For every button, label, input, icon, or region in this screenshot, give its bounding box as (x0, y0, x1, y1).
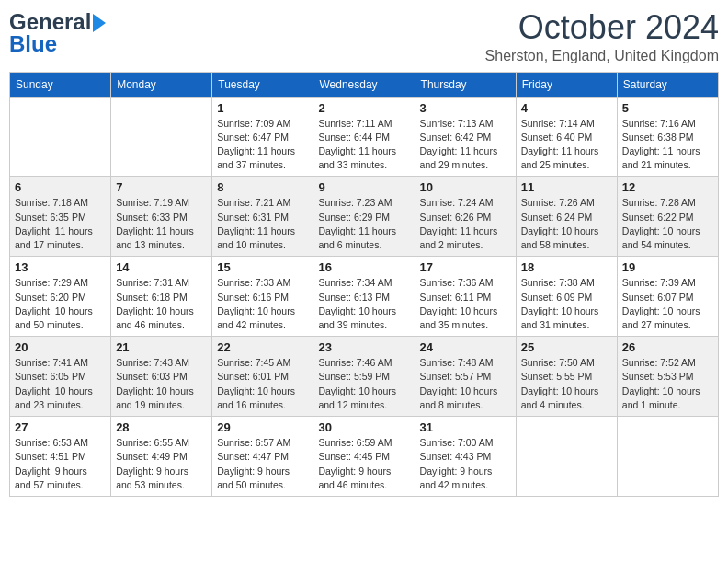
week-row-4: 20Sunrise: 7:41 AMSunset: 6:05 PMDayligh… (10, 337, 719, 417)
calendar-cell: 30Sunrise: 6:59 AMSunset: 4:45 PMDayligh… (313, 417, 415, 497)
day-header-sunday: Sunday (10, 72, 111, 97)
daylight-text: Daylight: 11 hours and 2 minutes. (420, 225, 498, 250)
sunrise-text: Sunrise: 7:09 AM (217, 118, 290, 129)
sunrise-text: Sunrise: 7:45 AM (217, 357, 290, 368)
calendar-cell: 11Sunrise: 7:26 AMSunset: 6:24 PMDayligh… (516, 177, 617, 257)
sunrise-text: Sunrise: 7:00 AM (420, 437, 494, 448)
logo: General Blue (9, 9, 106, 57)
calendar-cell: 27Sunrise: 6:53 AMSunset: 4:51 PMDayligh… (10, 417, 111, 497)
day-number: 7 (116, 180, 207, 194)
day-number: 12 (622, 180, 713, 194)
calendar-cell: 10Sunrise: 7:24 AMSunset: 6:26 PMDayligh… (415, 177, 516, 257)
day-number: 30 (318, 420, 409, 434)
day-number: 19 (622, 260, 713, 274)
calendar-cell: 1Sunrise: 7:09 AMSunset: 6:47 PMDaylight… (212, 97, 313, 177)
calendar-table: SundayMondayTuesdayWednesdayThursdayFrid… (9, 72, 719, 497)
sunset-text: Sunset: 6:13 PM (318, 292, 390, 303)
daylight-text: Daylight: 10 hours and 8 minutes. (420, 385, 498, 410)
sunset-text: Sunset: 6:38 PM (622, 132, 694, 143)
week-row-2: 6Sunrise: 7:18 AMSunset: 6:35 PMDaylight… (10, 177, 719, 257)
calendar-cell: 5Sunrise: 7:16 AMSunset: 6:38 PMDaylight… (617, 97, 718, 177)
sunrise-text: Sunrise: 7:38 AM (521, 277, 595, 288)
sunrise-text: Sunrise: 7:18 AM (15, 197, 88, 208)
sunset-text: Sunset: 6:24 PM (521, 212, 593, 223)
day-info: Sunrise: 7:28 AMSunset: 6:22 PMDaylight:… (622, 196, 713, 252)
daylight-text: Daylight: 10 hours and 4 minutes. (521, 385, 599, 410)
sunrise-text: Sunrise: 7:34 AM (318, 277, 392, 288)
week-row-5: 27Sunrise: 6:53 AMSunset: 4:51 PMDayligh… (10, 417, 719, 497)
daylight-text: Daylight: 10 hours and 58 minutes. (521, 225, 599, 250)
sunrise-text: Sunrise: 7:50 AM (521, 357, 595, 368)
calendar-cell: 25Sunrise: 7:50 AMSunset: 5:55 PMDayligh… (516, 337, 617, 417)
calendar-cell: 26Sunrise: 7:52 AMSunset: 5:53 PMDayligh… (617, 337, 718, 417)
calendar-cell: 19Sunrise: 7:39 AMSunset: 6:07 PMDayligh… (617, 257, 718, 337)
sunrise-text: Sunrise: 7:11 AM (318, 118, 392, 129)
day-number: 14 (116, 260, 207, 274)
day-number: 28 (116, 420, 207, 434)
sunset-text: Sunset: 4:45 PM (318, 451, 390, 462)
sunset-text: Sunset: 4:51 PM (15, 451, 86, 462)
day-number: 24 (420, 340, 511, 354)
sunset-text: Sunset: 6:35 PM (15, 212, 86, 223)
day-info: Sunrise: 6:57 AMSunset: 4:47 PMDaylight:… (217, 436, 308, 492)
sunset-text: Sunset: 6:16 PM (217, 292, 289, 303)
day-number: 15 (217, 260, 308, 274)
daylight-text: Daylight: 10 hours and 23 minutes. (15, 385, 93, 410)
calendar-cell: 22Sunrise: 7:45 AMSunset: 6:01 PMDayligh… (212, 337, 313, 417)
daylight-text: Daylight: 11 hours and 6 minutes. (318, 225, 396, 250)
sunset-text: Sunset: 5:53 PM (622, 371, 694, 382)
sunset-text: Sunset: 6:07 PM (622, 292, 694, 303)
sunset-text: Sunset: 5:59 PM (318, 371, 390, 382)
calendar-cell: 20Sunrise: 7:41 AMSunset: 6:05 PMDayligh… (10, 337, 111, 417)
daylight-text: Daylight: 11 hours and 17 minutes. (15, 225, 93, 250)
calendar-header-row: SundayMondayTuesdayWednesdayThursdayFrid… (10, 72, 719, 97)
day-header-friday: Friday (516, 72, 617, 97)
calendar-cell (617, 417, 718, 497)
sunset-text: Sunset: 6:40 PM (521, 132, 593, 143)
day-number: 6 (15, 180, 106, 194)
sunset-text: Sunset: 6:47 PM (217, 132, 289, 143)
daylight-text: Daylight: 10 hours and 12 minutes. (318, 385, 396, 410)
day-header-monday: Monday (111, 72, 212, 97)
day-number: 9 (318, 180, 409, 194)
day-info: Sunrise: 7:50 AMSunset: 5:55 PMDaylight:… (521, 356, 612, 412)
daylight-text: Daylight: 11 hours and 37 minutes. (217, 145, 295, 170)
day-info: Sunrise: 7:23 AMSunset: 6:29 PMDaylight:… (318, 196, 409, 252)
sunrise-text: Sunrise: 7:48 AM (420, 357, 494, 368)
day-number: 29 (217, 420, 308, 434)
logo-blue: Blue (9, 31, 57, 57)
day-info: Sunrise: 6:55 AMSunset: 4:49 PMDaylight:… (116, 436, 207, 492)
sunrise-text: Sunrise: 7:43 AM (116, 357, 189, 368)
day-info: Sunrise: 7:18 AMSunset: 6:35 PMDaylight:… (15, 196, 106, 252)
calendar-cell: 8Sunrise: 7:21 AMSunset: 6:31 PMDaylight… (212, 177, 313, 257)
day-number: 2 (318, 101, 409, 115)
sunrise-text: Sunrise: 7:23 AM (318, 197, 392, 208)
day-info: Sunrise: 7:24 AMSunset: 6:26 PMDaylight:… (420, 196, 511, 252)
daylight-text: Daylight: 11 hours and 10 minutes. (217, 225, 295, 250)
daylight-text: Daylight: 10 hours and 46 minutes. (116, 305, 194, 330)
calendar-cell: 6Sunrise: 7:18 AMSunset: 6:35 PMDaylight… (10, 177, 111, 257)
sunrise-text: Sunrise: 7:24 AM (420, 197, 494, 208)
day-info: Sunrise: 7:52 AMSunset: 5:53 PMDaylight:… (622, 356, 713, 412)
day-number: 4 (521, 101, 612, 115)
daylight-text: Daylight: 11 hours and 25 minutes. (521, 145, 599, 170)
calendar-cell (516, 417, 617, 497)
daylight-text: Daylight: 10 hours and 42 minutes. (217, 305, 295, 330)
daylight-text: Daylight: 9 hours and 53 minutes. (116, 465, 188, 490)
calendar-cell: 17Sunrise: 7:36 AMSunset: 6:11 PMDayligh… (415, 257, 516, 337)
calendar-cell: 16Sunrise: 7:34 AMSunset: 6:13 PMDayligh… (313, 257, 415, 337)
day-header-thursday: Thursday (415, 72, 516, 97)
daylight-text: Daylight: 9 hours and 50 minutes. (217, 465, 290, 490)
day-info: Sunrise: 7:09 AMSunset: 6:47 PMDaylight:… (217, 117, 308, 173)
daylight-text: Daylight: 10 hours and 39 minutes. (318, 305, 396, 330)
day-info: Sunrise: 7:11 AMSunset: 6:44 PMDaylight:… (318, 117, 409, 173)
day-info: Sunrise: 7:00 AMSunset: 4:43 PMDaylight:… (420, 436, 511, 492)
daylight-text: Daylight: 9 hours and 57 minutes. (15, 465, 87, 490)
day-info: Sunrise: 7:36 AMSunset: 6:11 PMDaylight:… (420, 276, 511, 332)
day-number: 18 (521, 260, 612, 274)
sunset-text: Sunset: 6:11 PM (420, 292, 492, 303)
calendar-cell: 24Sunrise: 7:48 AMSunset: 5:57 PMDayligh… (415, 337, 516, 417)
sunset-text: Sunset: 5:55 PM (521, 371, 593, 382)
day-number: 25 (521, 340, 612, 354)
calendar-cell (10, 97, 111, 177)
